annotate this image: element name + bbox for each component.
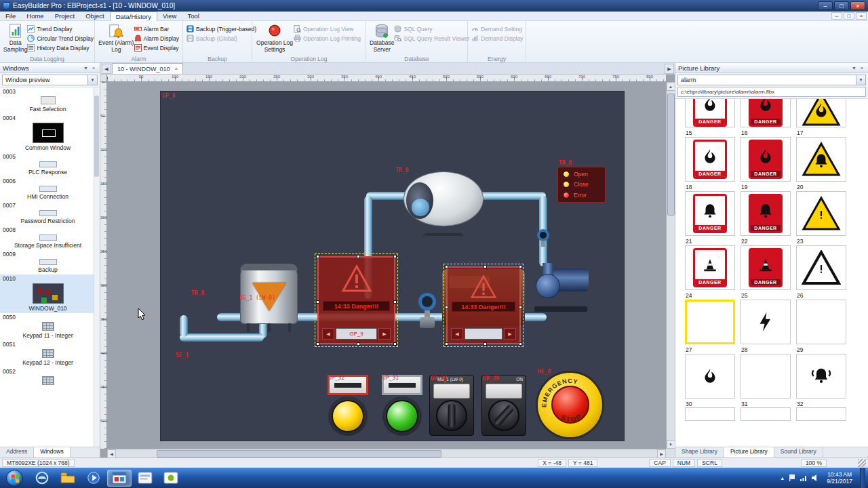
valve-object[interactable] xyxy=(415,293,439,330)
picture-cell[interactable] xyxy=(796,300,846,344)
panel-close-icon[interactable]: × xyxy=(90,66,97,70)
picture-cell[interactable] xyxy=(796,99,846,127)
tab-scroll-right-icon[interactable]: ▶ xyxy=(665,64,674,74)
resize-grip[interactable] xyxy=(858,459,866,467)
selector-switch[interactable]: GP_30 MS_1 (LW-0) xyxy=(429,375,474,436)
taskbar-clock[interactable]: 10:43 AM 9/21/2017 xyxy=(823,471,856,485)
app-task-button[interactable] xyxy=(159,470,183,487)
maximize-button[interactable]: □ xyxy=(834,1,849,10)
window-list-item[interactable]: 0006HMI Connection xyxy=(0,177,100,201)
scroll-left-icon[interactable]: ◀ xyxy=(322,328,334,340)
tray-expand-icon[interactable]: ▲ xyxy=(780,476,785,481)
menu-view[interactable]: View xyxy=(157,12,182,21)
tray-flag-icon[interactable] xyxy=(788,474,796,482)
picture-cell[interactable]: DANGER xyxy=(741,137,791,182)
windows-list-scrollbar[interactable] xyxy=(94,87,100,447)
volume-icon[interactable] xyxy=(811,474,819,482)
scroll-left-icon[interactable]: ◀ xyxy=(451,328,463,340)
mdi-close-button[interactable]: × xyxy=(856,12,867,20)
window-list-item[interactable]: 0003Fast Selection xyxy=(0,87,100,114)
document-tab[interactable]: 10 - WINDOW_010 × xyxy=(112,63,183,74)
operation-log-view-button[interactable]: Operation Log View xyxy=(294,24,361,33)
tab-sound-library[interactable]: Sound Library xyxy=(774,447,823,458)
picture-cell[interactable] xyxy=(741,407,791,421)
demand-display-button[interactable]: Demand Display xyxy=(471,34,523,43)
database-server-button[interactable]: Database Server xyxy=(370,22,394,54)
window-list-item[interactable]: 0007Password Restriction xyxy=(0,201,100,226)
panel-dropdown-icon[interactable]: ▼ xyxy=(81,66,90,70)
picture-cell[interactable] xyxy=(685,354,735,399)
library-select[interactable]: alarm ▼ xyxy=(677,75,866,85)
menu-object[interactable]: Object xyxy=(80,12,109,21)
pipe-segment[interactable] xyxy=(180,315,188,337)
tab-windows[interactable]: Windows xyxy=(34,447,70,458)
easybuilder-task-button[interactable] xyxy=(107,470,132,487)
picture-cell[interactable]: DANGER xyxy=(741,191,791,236)
picture-cell[interactable] xyxy=(796,137,846,182)
scroll-right-icon[interactable]: ▶ xyxy=(657,449,666,458)
scrollbar-thumb[interactable] xyxy=(667,94,675,216)
menu-file[interactable]: File xyxy=(0,12,21,21)
tab-address[interactable]: Address xyxy=(0,447,34,458)
close-button[interactable]: × xyxy=(850,1,865,10)
valve-status-panel[interactable]: Open Close Error xyxy=(557,167,606,203)
event-display-button[interactable]: Event Display xyxy=(134,43,179,52)
window-list-item[interactable]: 0052 xyxy=(0,367,100,388)
scroll-up-icon[interactable]: ▲ xyxy=(667,82,675,91)
window-list-item[interactable]: 0004Common Window xyxy=(0,114,100,152)
backup-global-button[interactable]: Backup (Global) xyxy=(186,34,256,43)
history-data-display-button[interactable]: History Data Display xyxy=(27,43,94,52)
alarm-display-object[interactable]: 14:33 Danger!!! ◀ GP_9 ▶ xyxy=(317,256,395,344)
pump-object[interactable] xyxy=(533,263,589,312)
menu-tool[interactable]: Tool xyxy=(182,12,204,21)
window-preview-select[interactable]: Window preview ▼ xyxy=(2,75,98,85)
picture-cell[interactable] xyxy=(685,407,735,421)
network-icon[interactable] xyxy=(800,474,808,482)
circular-trend-display-button[interactable]: Circular Trend Display xyxy=(27,34,94,43)
picture-cell[interactable] xyxy=(796,245,846,290)
picture-cell[interactable]: DANGER xyxy=(741,99,791,127)
ie-icon[interactable] xyxy=(30,470,54,487)
show-desktop-button[interactable] xyxy=(860,468,865,488)
mdi-restore-button[interactable]: □ xyxy=(844,12,854,20)
operation-log-settings-button[interactable]: Operation Log Settings xyxy=(256,22,294,54)
operation-log-printing-button[interactable]: Operation Log Printing xyxy=(294,34,361,43)
window-list-item[interactable]: 0050Keypad 11 - Integer xyxy=(0,313,100,340)
picture-cell[interactable] xyxy=(741,354,791,399)
design-canvas[interactable]: GP_8 xyxy=(107,82,666,449)
scroll-left-icon[interactable]: ◀ xyxy=(107,449,116,458)
vertical-scrollbar[interactable]: ▲ ▼ xyxy=(666,82,675,449)
horizontal-tank[interactable] xyxy=(403,171,484,236)
picture-cell[interactable] xyxy=(796,407,846,421)
picture-cell[interactable] xyxy=(741,300,791,344)
library-path-field[interactable]: c:\ebpro\library\picture\alarm\alarm.flb… xyxy=(677,87,866,97)
panel-close-icon[interactable]: × xyxy=(859,66,865,70)
backup-trigger-button[interactable]: Backup (Trigger-based) xyxy=(186,24,256,33)
picture-cell[interactable]: DANGER xyxy=(685,99,735,127)
tab-close-icon[interactable]: × xyxy=(175,66,178,72)
sql-query-result-viewer-button[interactable]: SQL Query Result Viewer xyxy=(394,34,469,43)
tab-picture-library[interactable]: Picture Library xyxy=(724,447,774,458)
app-task-button[interactable] xyxy=(133,470,157,487)
selector-switch[interactable]: GP_29 ON xyxy=(481,375,526,436)
window-list-item[interactable]: 0051Keypad 12 - Integer xyxy=(0,340,100,367)
window-list-item[interactable]: 0005PLC Response xyxy=(0,152,100,177)
panel-dropdown-icon[interactable]: ▼ xyxy=(850,66,859,70)
sql-query-button[interactable]: SQL Query xyxy=(394,24,469,33)
picture-cell[interactable]: DANGER xyxy=(685,191,735,236)
pilot-light-yellow[interactable]: GP_32 xyxy=(328,375,368,437)
valve-object[interactable] xyxy=(534,229,553,248)
mdi-minimize-button[interactable]: – xyxy=(831,12,842,20)
pilot-light-green[interactable]: GP_31 xyxy=(382,375,422,437)
start-button[interactable] xyxy=(6,470,23,487)
picture-cell[interactable] xyxy=(796,191,846,236)
scrollbar-thumb[interactable] xyxy=(157,450,441,458)
zoom-level[interactable]: 100 % xyxy=(801,459,827,467)
scroll-right-icon[interactable]: ▶ xyxy=(378,328,391,340)
picture-cell[interactable]: DANGER xyxy=(685,137,735,182)
alarm-display-object[interactable]: 14:33 Danger!!! ◀ ▶ xyxy=(446,266,521,344)
hmi-screen[interactable]: GP_8 xyxy=(161,92,624,441)
media-player-icon[interactable] xyxy=(81,470,106,487)
window-list-item[interactable]: 0009Backup xyxy=(0,250,100,274)
data-sampling-button[interactable]: Data Sampling xyxy=(3,22,27,54)
